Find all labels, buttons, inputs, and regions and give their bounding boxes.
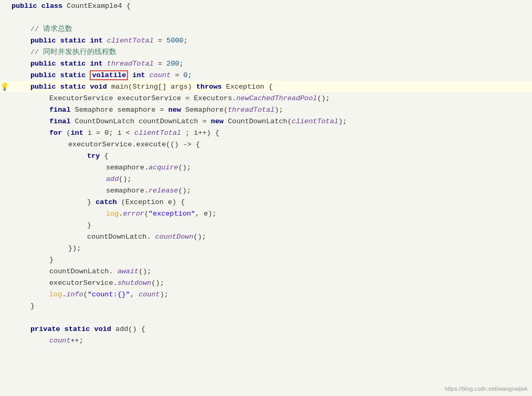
- keyword-public-4: public: [30, 71, 60, 79]
- method-new-cached: newCachedThreadPool: [236, 94, 317, 102]
- line-content-15: semaphore.acquire();: [9, 164, 532, 172]
- close-brace-try: }: [87, 198, 95, 206]
- watermark: https://blog.csdn.net/wangnaijwk: [445, 386, 528, 392]
- var-count-ref: count: [139, 291, 160, 298]
- code-line-19: log.error("exception", e);: [0, 208, 532, 219]
- number-0: 0: [184, 71, 188, 79]
- line-content-16: add();: [9, 175, 532, 183]
- semaphore-ref: semaphore.: [106, 164, 148, 172]
- var-count: count: [150, 71, 171, 79]
- line-content-26: log.info("count:{}", count);: [9, 291, 532, 298]
- var-client-total-ref: clientTotal: [292, 117, 338, 125]
- number-5000: 5000: [166, 37, 183, 45]
- code-line-20: }: [0, 219, 532, 231]
- code-line-24: countDownLatch. await();: [0, 265, 532, 277]
- method-info: info: [66, 291, 83, 298]
- code-line-28: [0, 312, 532, 323]
- semaphore-constructor: Semaphore(: [185, 106, 228, 114]
- var-count-incr: count: [49, 337, 71, 345]
- semi-3: ;: [188, 71, 192, 79]
- keyword-volatile: volatile: [90, 70, 128, 80]
- method-release: release: [148, 187, 178, 195]
- line-content-7: public static volatile int count = 0 ;: [9, 70, 532, 80]
- execute-call: executorService.execute(() -> {: [68, 141, 200, 148]
- keyword-static-3: static: [60, 60, 90, 68]
- var-client-total: clientTotal: [107, 37, 154, 45]
- latch-ref-2: countDownLatch.: [49, 267, 118, 275]
- keyword-new-2: new: [211, 117, 228, 125]
- code-line-7: public static volatile int count = 0 ;: [0, 69, 532, 81]
- for-rest: ; i++) {: [181, 129, 219, 137]
- for-init: i = 0; i <: [88, 129, 134, 137]
- code-line-13: executorService.execute(() -> {: [0, 138, 532, 150]
- keyword-private: private: [30, 325, 65, 333]
- line-content-30: count++;: [9, 337, 532, 345]
- semaphore-ref-2: semaphore.: [106, 187, 148, 195]
- code-line-25: executorService.shutdown();: [0, 277, 532, 288]
- keyword-public-5: public: [30, 83, 60, 91]
- code-line-11: final CountDownLatch countDownLatch = ne…: [0, 115, 532, 127]
- exception-class: Exception {: [226, 83, 273, 91]
- keyword-throws: throws: [196, 83, 226, 91]
- type-int-1: int: [90, 37, 107, 45]
- line-content-25: executorService.shutdown();: [9, 279, 532, 287]
- type-int-2: int: [90, 60, 107, 68]
- keyword-public-2: public: [30, 37, 60, 45]
- code-line-18: } catch (Exception e) {: [0, 196, 532, 208]
- code-line-17: semaphore.release();: [0, 185, 532, 196]
- for-int: int: [71, 129, 88, 137]
- keyword-try: try: [87, 152, 104, 160]
- line-content-28: [9, 314, 532, 322]
- code-line-5: // 同时并发执行的线程数: [0, 46, 532, 58]
- var-log-2: log: [49, 291, 62, 298]
- code-line-22: });: [0, 242, 532, 254]
- line-content-14: try {: [9, 152, 532, 160]
- for-close-brace: }: [49, 256, 54, 264]
- code-line-16: add();: [0, 173, 532, 185]
- string-count-format: "count:{}": [88, 291, 130, 298]
- line-content-3: // 请求总数: [9, 24, 532, 34]
- acquire-paren: ();: [178, 164, 191, 172]
- add-paren: ();: [119, 175, 131, 183]
- code-line-26: log.info("count:{}", count);: [0, 288, 532, 300]
- error-paren-open: (: [144, 210, 148, 218]
- keyword-for: for: [49, 129, 66, 137]
- code-container: public class CountExample4 { // 请求总数 pub…: [0, 0, 532, 396]
- keyword-final-2: final: [49, 117, 75, 125]
- info-paren-close: );: [160, 291, 168, 298]
- latch-ref: countDownLatch.: [87, 233, 155, 241]
- bulb-icon: 💡: [0, 82, 9, 91]
- paren-1: ();: [317, 94, 329, 102]
- method-main: main(String[] args): [111, 83, 196, 91]
- line-content-9: ExecutorService executorService = Execut…: [9, 94, 532, 102]
- code-line-15: semaphore.acquire();: [0, 162, 532, 173]
- line-content-4: public static int clientTotal = 5000 ;: [9, 37, 532, 45]
- line-content-1: public class CountExample4 {: [9, 2, 532, 10]
- executor-ref-2: executorService.: [49, 279, 118, 287]
- latch-type: CountDownLatch countDownLatch =: [75, 117, 211, 125]
- line-content-12: for ( int i = 0; i < clientTotal ; i++) …: [9, 129, 532, 137]
- semi-1: ;: [184, 37, 188, 45]
- line-content-11: final CountDownLatch countDownLatch = ne…: [9, 117, 532, 125]
- for-paren-open: (: [66, 129, 70, 137]
- code-line-29: private static void add() {: [0, 323, 532, 335]
- equals-3: =: [171, 71, 183, 79]
- keyword-static-2: static: [60, 37, 90, 45]
- keyword-static-5: static: [60, 83, 90, 91]
- code-line-6: public static int threadTotal = 200 ;: [0, 58, 532, 69]
- shutdown-paren: ();: [151, 279, 164, 287]
- line-content-2: [9, 14, 532, 22]
- line-content-27: }: [9, 302, 532, 310]
- line-content-18: } catch (Exception e) {: [9, 198, 532, 206]
- type-int-3: int: [132, 71, 149, 79]
- countdown-paren: ();: [194, 233, 206, 241]
- keyword-static-6: static: [65, 325, 94, 333]
- keyword-catch: catch: [95, 198, 121, 206]
- comma-2: ,: [130, 291, 139, 298]
- dot-2: .: [62, 291, 66, 298]
- equals-2: =: [154, 60, 166, 68]
- line-content-22: });: [9, 244, 532, 252]
- method-error: error: [123, 210, 144, 218]
- code-line-12: for ( int i = 0; i < clientTotal ; i++) …: [0, 127, 532, 138]
- code-line-10: final Semaphore semaphore = new Semaphor…: [0, 104, 532, 115]
